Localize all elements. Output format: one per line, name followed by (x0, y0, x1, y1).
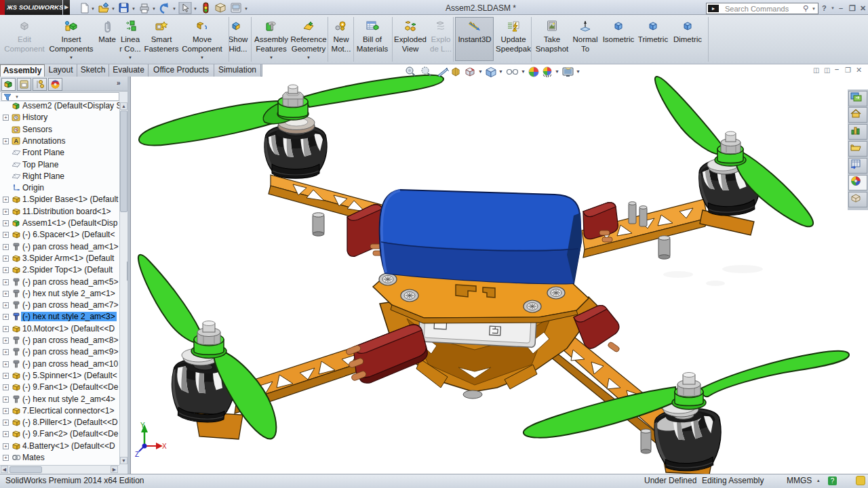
svg-text:Z: Z (135, 451, 139, 458)
svg-text:▼: ▼ (555, 69, 559, 74)
svg-text:▼: ▼ (498, 69, 503, 74)
svg-text:▼: ▼ (521, 69, 526, 74)
svg-text:Y: Y (140, 422, 145, 429)
svg-text:▼: ▼ (576, 69, 580, 74)
svg-text:X: X (162, 443, 167, 450)
svg-text:▼: ▼ (478, 69, 483, 74)
